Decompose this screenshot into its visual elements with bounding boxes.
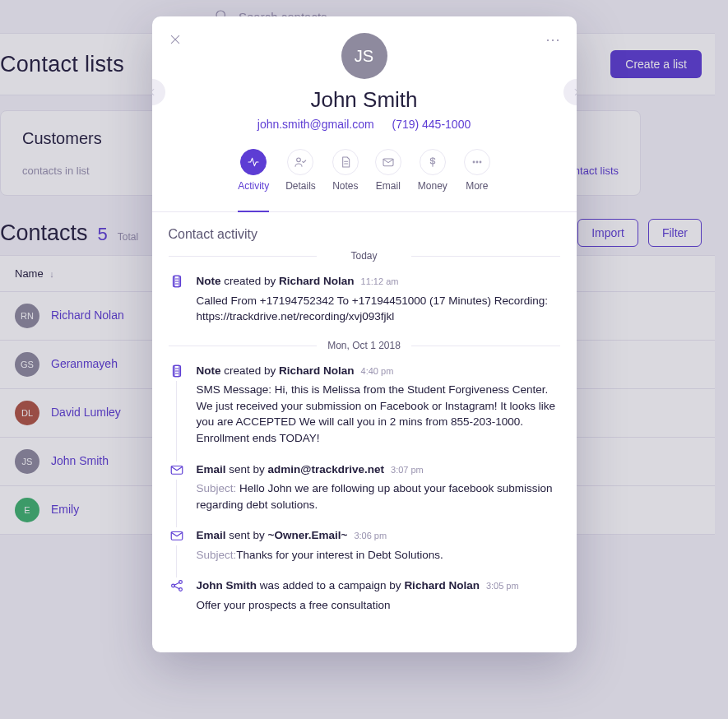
notes-icon: [332, 149, 359, 175]
money-icon: [420, 149, 446, 175]
tab-email[interactable]: Email: [375, 149, 401, 200]
contact-avatar: JS: [341, 33, 387, 79]
activity-section-title: Contact activity: [169, 227, 560, 242]
note-icon: [169, 363, 185, 379]
more-options-icon[interactable]: ···: [545, 31, 562, 48]
tab-activity[interactable]: Activity: [238, 149, 269, 200]
activity-item[interactable]: Note created by Richard Nolan11:12 amCal…: [169, 273, 560, 325]
svg-line-27: [174, 583, 179, 586]
svg-point-9: [473, 161, 475, 163]
tab-notes[interactable]: Notes: [332, 149, 359, 200]
campaign-icon: [169, 578, 185, 594]
activity-time: 3:06 pm: [354, 531, 387, 540]
mail-icon: [169, 527, 185, 544]
tab-details[interactable]: Details: [285, 149, 316, 200]
contact-email[interactable]: john.smith@gmail.com: [257, 118, 374, 131]
details-icon: [287, 149, 313, 175]
activity-time: 11:12 am: [361, 276, 399, 286]
contact-phone[interactable]: (719) 445-1000: [392, 118, 471, 131]
mail-icon: [169, 462, 185, 478]
note-icon: [169, 273, 185, 290]
contact-detail-modal: ··· JS John Smith john.smith@gmail.com (…: [152, 16, 577, 652]
svg-line-28: [174, 587, 179, 589]
contact-name: John Smith: [172, 87, 557, 113]
day-separator-oct1: Mon, Oct 1 2018: [169, 340, 560, 351]
day-separator-today: Today: [169, 250, 560, 262]
activity-item[interactable]: John Smith was added to a campaign by Ri…: [169, 578, 560, 613]
svg-point-10: [476, 161, 478, 163]
svg-point-11: [480, 161, 481, 163]
close-icon[interactable]: [167, 31, 183, 48]
activity-icon: [240, 149, 267, 175]
activity-time: 3:07 pm: [391, 465, 424, 475]
activity-time: 4:40 pm: [361, 366, 394, 376]
tab-money[interactable]: Money: [418, 149, 447, 200]
email-icon: [375, 149, 401, 175]
activity-item[interactable]: Email sent by ~Owner.Email~3:06 pmSubjec…: [169, 527, 560, 563]
svg-point-4: [297, 158, 301, 162]
more-icon: [464, 149, 490, 175]
prev-contact-button[interactable]: [152, 79, 165, 105]
tab-more[interactable]: More: [464, 149, 490, 200]
activity-item[interactable]: Email sent by admin@trackdrive.net3:07 p…: [169, 462, 560, 513]
next-contact-button[interactable]: [563, 79, 577, 105]
activity-item[interactable]: Note created by Richard Nolan4:40 pmSMS …: [169, 363, 560, 447]
activity-time: 3:05 pm: [486, 581, 519, 591]
